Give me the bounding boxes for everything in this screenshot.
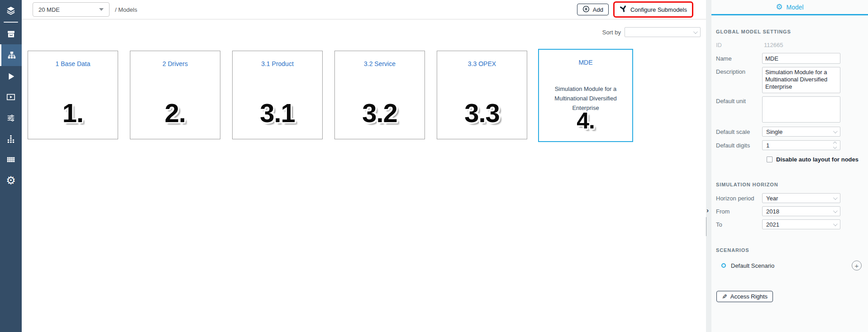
sidebar-item-archive[interactable] <box>0 24 22 44</box>
grid-icon <box>6 155 16 165</box>
main-area: 20 MDE / Models Add <box>22 0 706 332</box>
horizon-period-label: Horizon period <box>716 195 762 202</box>
gear-icon: ⚙ <box>6 175 16 186</box>
card-number: 3.1 <box>233 98 322 128</box>
layers-icon <box>6 5 16 15</box>
model-card-service[interactable]: 3.2 Service 3.2 <box>334 51 425 139</box>
card-number: 3.2 <box>335 98 424 128</box>
model-settings-panel: ⚙ Model GLOBAL MODEL SETTINGS ID 112665 … <box>711 0 868 332</box>
sidebar-item-admin[interactable]: ⚙ <box>0 170 22 191</box>
play-icon <box>6 71 16 81</box>
default-digits-label: Default digits <box>716 142 762 149</box>
default-unit-textarea[interactable] <box>762 96 840 123</box>
pencil-icon: ✎ <box>722 294 727 300</box>
model-card-opex[interactable]: 3.3 OPEX 3.3 <box>437 51 527 139</box>
configure-submodels-label: Configure Submodels <box>630 6 687 13</box>
card-title: 3.2 Service <box>335 60 424 67</box>
add-scenario-button[interactable]: + <box>852 261 862 270</box>
default-scale-label: Default scale <box>716 128 762 135</box>
scenario-label: Default Scenario <box>731 262 774 269</box>
sidebar-item-settings-sliders[interactable] <box>0 108 22 128</box>
disable-auto-layout-label: Disable auto layout for nodes <box>776 156 858 163</box>
section-scenarios: SCENARIOS <box>716 247 868 253</box>
access-rights-button[interactable]: ✎ Access Rights <box>716 291 773 302</box>
models-content: Sort by 1 Base Data 1. 2 Drivers 2. 3.1 … <box>22 27 706 142</box>
scenario-circle-icon <box>721 263 726 268</box>
chevron-down-icon <box>833 209 838 213</box>
sidebar-item-tables[interactable] <box>0 149 22 170</box>
field-row-id: ID 112665 <box>716 42 868 48</box>
card-number: 3.3 <box>437 98 527 128</box>
configure-submodels-button[interactable]: Configure Submodels <box>616 4 691 15</box>
archive-icon <box>6 29 16 39</box>
scenario-list-item[interactable]: Default Scenario + <box>716 261 868 270</box>
card-title: 2 Drivers <box>130 60 220 67</box>
sort-by-label: Sort by <box>602 29 621 36</box>
add-button[interactable]: Add <box>577 4 609 15</box>
from-label: From <box>716 208 762 215</box>
default-digits-stepper[interactable]: 1 <box>762 140 840 150</box>
collapse-panel-chevron-icon[interactable]: › <box>706 206 709 214</box>
name-label: Name <box>716 55 762 62</box>
caret-down-icon <box>99 8 104 11</box>
splitter-handle-line <box>706 217 706 236</box>
sidebar-divider <box>4 22 18 23</box>
breadcrumb: / Models <box>115 6 137 13</box>
sidebar-item-workspaces[interactable] <box>0 0 22 21</box>
workspace-select[interactable]: 20 MDE <box>33 2 110 17</box>
panel-splitter[interactable]: › <box>706 0 711 332</box>
submodels-branch-icon <box>620 5 627 14</box>
chevron-down-icon <box>693 29 698 34</box>
to-label: To <box>716 221 762 228</box>
sidebar: ⚙ <box>0 0 22 332</box>
sidebar-item-run[interactable] <box>0 66 22 87</box>
gear-icon: ⚙ <box>776 3 782 11</box>
add-button-label: Add <box>593 6 603 13</box>
card-title: MDE <box>539 59 632 66</box>
card-number: 2. <box>130 98 220 128</box>
sliders-icon <box>6 113 16 123</box>
panel-title: Model <box>787 4 804 11</box>
presentation-icon <box>6 92 16 102</box>
card-title: 3.3 OPEX <box>437 60 527 67</box>
model-card-mde-selected[interactable]: MDE Simulation Module for a Multinationa… <box>538 49 633 142</box>
description-label: Description <box>716 67 762 75</box>
field-row-default-digits: Default digits 1 <box>716 140 868 150</box>
field-row-name: Name <box>716 53 868 64</box>
description-textarea[interactable]: Simulation Module for a Multinational Di… <box>762 67 840 93</box>
add-circle-plus-icon <box>582 5 590 14</box>
workspace-select-value: 20 MDE <box>38 6 60 13</box>
annotation-highlight-box: Configure Submodels <box>613 1 693 18</box>
field-row-from: From 2018 <box>716 206 868 216</box>
default-unit-label: Default unit <box>716 96 762 104</box>
disable-auto-layout-checkbox[interactable] <box>767 157 773 162</box>
field-row-default-unit: Default unit <box>716 96 868 123</box>
default-scale-select[interactable]: Single <box>762 127 840 137</box>
sort-by-select[interactable] <box>625 27 701 37</box>
card-number: 1. <box>28 98 118 128</box>
section-global-model-settings: GLOBAL MODEL SETTINGS <box>716 29 868 34</box>
card-title: 3.1 Product <box>233 60 322 67</box>
panel-tab-model[interactable]: ⚙ Model <box>711 0 868 15</box>
to-year-select[interactable]: 2021 <box>762 219 840 229</box>
models-hierarchy-icon <box>7 50 17 60</box>
model-cards-row: 1 Base Data 1. 2 Drivers 2. 3.1 Product … <box>28 51 701 142</box>
field-row-horizon-period: Horizon period Year <box>716 193 868 203</box>
topbar: 20 MDE / Models Add <box>22 0 706 19</box>
model-card-product[interactable]: 3.1 Product 3.1 <box>232 51 323 139</box>
id-label: ID <box>716 42 762 48</box>
field-row-description: Description Simulation Module for a Mult… <box>716 67 868 93</box>
name-input[interactable] <box>762 53 840 64</box>
sidebar-item-presentations[interactable] <box>0 87 22 108</box>
from-year-select[interactable]: 2018 <box>762 206 840 216</box>
model-card-base-data[interactable]: 1 Base Data 1. <box>28 51 118 139</box>
field-row-to: To 2021 <box>716 219 868 229</box>
sidebar-item-models[interactable] <box>0 44 22 66</box>
chevron-down-icon <box>833 222 838 226</box>
model-card-drivers[interactable]: 2 Drivers 2. <box>130 51 220 139</box>
card-title: 1 Base Data <box>28 60 118 67</box>
field-row-default-scale: Default scale Single <box>716 127 868 137</box>
sidebar-item-node-tree[interactable] <box>0 128 22 149</box>
horizon-period-select[interactable]: Year <box>762 193 840 203</box>
spinner-down-icon[interactable] <box>833 145 837 149</box>
